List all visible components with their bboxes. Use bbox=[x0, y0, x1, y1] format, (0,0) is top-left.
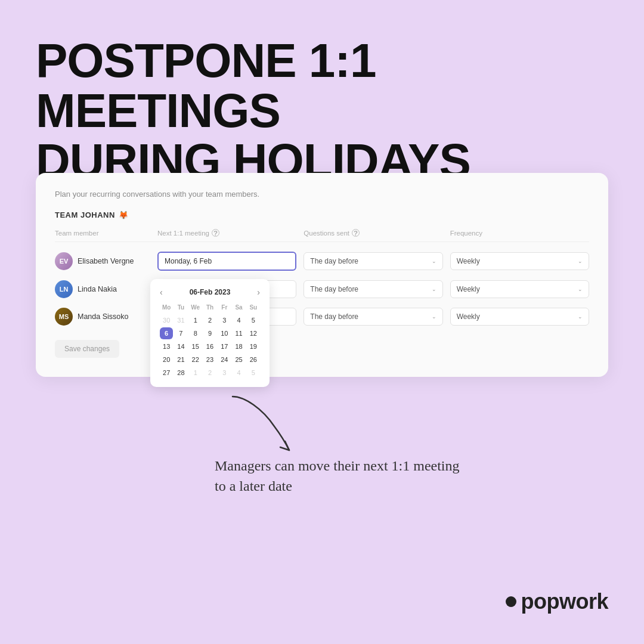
chevron-down-icon: ⌄ bbox=[432, 314, 436, 320]
calendar-title: 06-Feb 2023 bbox=[190, 288, 231, 296]
table-row: EV Elisabeth Vergne Monday, 6 Feb The da… bbox=[55, 247, 589, 275]
member-cell-3: MS Manda Sissoko bbox=[55, 308, 150, 326]
headline: POSTPONE 1:1 MEETINGS DURING HOLIDAYS bbox=[36, 36, 608, 186]
calendar-day[interactable]: 1 bbox=[189, 314, 202, 326]
chevron-down-icon: ⌄ bbox=[432, 286, 436, 292]
calendar-day[interactable]: 3 bbox=[218, 314, 231, 326]
calendar-day[interactable]: 2 bbox=[203, 367, 216, 379]
card-subtitle: Plan your recurring conversations with y… bbox=[55, 190, 589, 199]
questions-select-1[interactable]: The day before ⌄ bbox=[304, 252, 442, 270]
team-header: TEAM JOHANN 🦊 bbox=[55, 210, 589, 219]
frequency-select-1[interactable]: Weekly ⌄ bbox=[450, 252, 589, 270]
calendar-day[interactable]: 15 bbox=[189, 340, 202, 352]
calendar-day[interactable]: 28 bbox=[174, 367, 187, 379]
calendar-day[interactable]: 3 bbox=[218, 367, 231, 379]
headline-line1: POSTPONE 1:1 MEETINGS bbox=[36, 36, 608, 136]
brand-dot-icon bbox=[506, 596, 516, 607]
avatar-1: EV bbox=[55, 252, 73, 270]
col-header-frequency: Frequency bbox=[450, 229, 589, 237]
brand-footer: popwork bbox=[506, 589, 609, 614]
calendar-day[interactable]: 20 bbox=[160, 354, 173, 366]
calendar-day[interactable]: 30 bbox=[160, 314, 173, 326]
chevron-down-icon: ⌄ bbox=[432, 258, 436, 264]
next-meeting-input-1[interactable]: Monday, 6 Feb bbox=[157, 252, 296, 271]
calendar-day[interactable]: 5 bbox=[247, 314, 260, 326]
col-header-questions: Questions sent ? bbox=[304, 229, 442, 237]
calendar-popup: ‹ 06-Feb 2023 › MoTuWeThFrSaSu3031123456… bbox=[150, 279, 270, 387]
ui-card: Plan your recurring conversations with y… bbox=[36, 173, 608, 377]
calendar-day[interactable]: 6 bbox=[160, 327, 173, 339]
calendar-day[interactable]: 1 bbox=[189, 367, 202, 379]
member-cell-2: LN Linda Nakia bbox=[55, 280, 150, 298]
calendar-day[interactable]: 22 bbox=[189, 354, 202, 366]
calendar-next-button[interactable]: › bbox=[257, 287, 260, 297]
calendar-day-header: Fr bbox=[218, 303, 231, 313]
annotation-area: Managers can move their next 1:1 meeting… bbox=[179, 444, 608, 496]
avatar-2: LN bbox=[55, 280, 73, 298]
annotation-text: Managers can move their next 1:1 meeting… bbox=[215, 456, 608, 496]
brand-name: popwork bbox=[521, 589, 609, 614]
member-name-1: Elisabeth Vergne bbox=[78, 257, 134, 265]
calendar-prev-button[interactable]: ‹ bbox=[160, 287, 163, 297]
calendar-day-header: Su bbox=[247, 303, 260, 313]
calendar-day-header: Mo bbox=[160, 303, 173, 313]
col-header-member: Team member bbox=[55, 229, 150, 237]
calendar-day-header: Sa bbox=[232, 303, 245, 313]
chevron-down-icon: ⌄ bbox=[578, 314, 583, 320]
annotation-line2: to a later date bbox=[215, 476, 608, 497]
calendar-day[interactable]: 2 bbox=[203, 314, 216, 326]
calendar-day[interactable]: 26 bbox=[247, 354, 260, 366]
calendar-day[interactable]: 17 bbox=[218, 340, 231, 352]
questions-select-2[interactable]: The day before ⌄ bbox=[304, 280, 442, 298]
calendar-header: ‹ 06-Feb 2023 › bbox=[160, 287, 260, 297]
calendar-day[interactable]: 25 bbox=[232, 354, 245, 366]
calendar-day[interactable]: 13 bbox=[160, 340, 173, 352]
member-name-2: Linda Nakia bbox=[78, 285, 117, 293]
member-name-3: Manda Sissoko bbox=[78, 312, 128, 321]
calendar-day[interactable]: 11 bbox=[232, 327, 245, 339]
calendar-day[interactable]: 10 bbox=[218, 327, 231, 339]
calendar-day[interactable]: 9 bbox=[203, 327, 216, 339]
calendar-day[interactable]: 23 bbox=[203, 354, 216, 366]
table-row: MS Manda Sissoko Monday, 6 Feb The day b… bbox=[55, 303, 589, 330]
table-header: Team member Next 1:1 meeting ? Questions… bbox=[55, 229, 589, 242]
frequency-select-2[interactable]: Weekly ⌄ bbox=[450, 280, 589, 298]
calendar-day[interactable]: 21 bbox=[174, 354, 187, 366]
questions-select-3[interactable]: The day before ⌄ bbox=[304, 308, 442, 326]
calendar-day-header: We bbox=[189, 303, 202, 313]
calendar-day-header: Th bbox=[203, 303, 216, 313]
chevron-down-icon: ⌄ bbox=[578, 258, 583, 264]
calendar-day[interactable]: 8 bbox=[189, 327, 202, 339]
calendar-day[interactable]: 19 bbox=[247, 340, 260, 352]
calendar-day[interactable]: 24 bbox=[218, 354, 231, 366]
calendar-grid: MoTuWeThFrSaSu30311234567891011121314151… bbox=[160, 303, 260, 379]
table-row: LN Linda Nakia Wednesday, 1 Mar The day … bbox=[55, 275, 589, 303]
calendar-day[interactable]: 7 bbox=[174, 327, 187, 339]
team-emoji: 🦊 bbox=[119, 210, 129, 219]
calendar-day[interactable]: 27 bbox=[160, 367, 173, 379]
annotation-line1: Managers can move their next 1:1 meeting bbox=[215, 456, 608, 476]
calendar-day[interactable]: 5 bbox=[247, 367, 260, 379]
calendar-day[interactable]: 4 bbox=[232, 314, 245, 326]
col-header-next-meeting: Next 1:1 meeting ? bbox=[157, 229, 296, 237]
next-meeting-help-icon[interactable]: ? bbox=[212, 229, 219, 237]
calendar-day[interactable]: 4 bbox=[232, 367, 245, 379]
calendar-day[interactable]: 18 bbox=[232, 340, 245, 352]
calendar-day[interactable]: 31 bbox=[174, 314, 187, 326]
calendar-day[interactable]: 12 bbox=[247, 327, 260, 339]
arrow-annotation bbox=[215, 391, 322, 456]
chevron-down-icon: ⌄ bbox=[578, 286, 583, 292]
team-name-label: TEAM JOHANN bbox=[55, 210, 115, 219]
calendar-day[interactable]: 16 bbox=[203, 340, 216, 352]
questions-help-icon[interactable]: ? bbox=[352, 229, 360, 237]
save-changes-button[interactable]: Save changes bbox=[55, 340, 119, 358]
frequency-select-3[interactable]: Weekly ⌄ bbox=[450, 308, 589, 326]
calendar-day[interactable]: 14 bbox=[174, 340, 187, 352]
member-cell-1: EV Elisabeth Vergne bbox=[55, 252, 150, 270]
avatar-3: MS bbox=[55, 308, 73, 326]
calendar-day-header: Tu bbox=[174, 303, 187, 313]
